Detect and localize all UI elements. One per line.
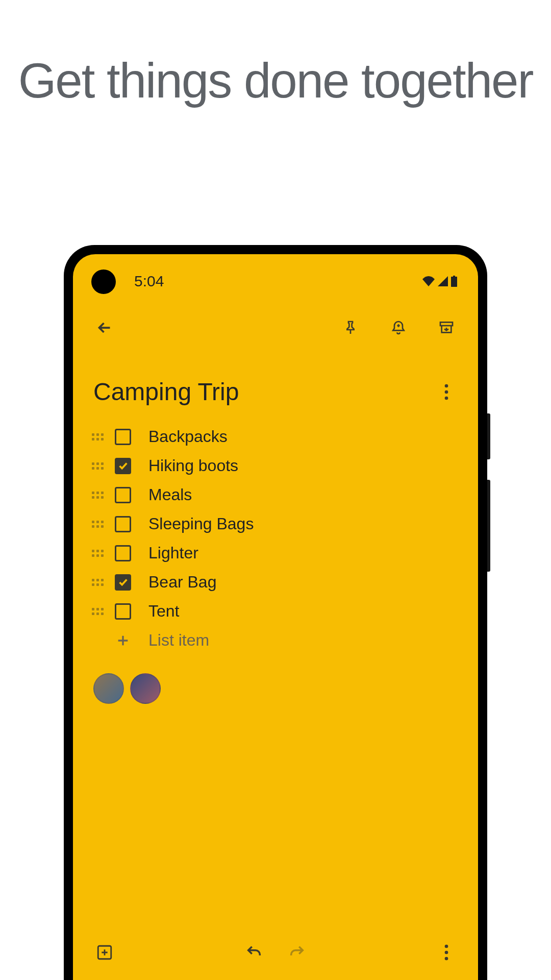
- checkbox[interactable]: [115, 516, 131, 532]
- status-icons: [422, 276, 458, 287]
- reminder-button[interactable]: [387, 316, 410, 339]
- list-item-label[interactable]: Meals: [148, 485, 458, 504]
- undo-button[interactable]: [243, 941, 265, 964]
- more-vert-icon: [444, 384, 448, 400]
- list-item: Backpacks: [91, 422, 458, 451]
- archive-button[interactable]: [435, 316, 458, 339]
- bottom-toolbar: [73, 931, 478, 980]
- drag-handle-icon[interactable]: [91, 547, 104, 559]
- marketing-headline: Get things done together: [0, 0, 551, 110]
- plus-icon: [115, 632, 131, 649]
- svg-point-3: [445, 396, 448, 400]
- arrow-left-icon: [95, 318, 114, 337]
- list-item: Meals: [91, 480, 458, 509]
- status-time: 5:04: [134, 273, 164, 290]
- note-overflow-button[interactable]: [435, 381, 458, 403]
- note-title-input[interactable]: [93, 378, 435, 406]
- phone-screen: 5:04: [73, 254, 478, 980]
- back-button[interactable]: [93, 316, 116, 339]
- list-item: Sleeping Bags: [91, 509, 458, 538]
- redo-icon: [288, 944, 306, 961]
- undo-icon: [245, 944, 263, 961]
- collaborator-avatar[interactable]: [130, 673, 161, 704]
- checkbox[interactable]: [115, 458, 131, 474]
- collaborator-avatar[interactable]: [93, 673, 124, 704]
- svg-rect-0: [440, 322, 453, 326]
- checkbox[interactable]: [115, 487, 131, 503]
- checkbox[interactable]: [115, 429, 131, 445]
- drag-handle-icon[interactable]: [91, 460, 104, 472]
- svg-point-6: [445, 951, 448, 954]
- phone-mockup: 5:04: [64, 245, 487, 980]
- list-item: Tent: [91, 597, 458, 626]
- battery-icon: [450, 276, 458, 287]
- plus-box-icon: [96, 944, 113, 961]
- add-list-item[interactable]: List item: [91, 626, 458, 655]
- list-item: Lighter: [91, 538, 458, 568]
- drag-handle-icon[interactable]: [91, 576, 104, 589]
- pin-button[interactable]: [339, 316, 362, 339]
- note-app-bar: [73, 294, 478, 354]
- phone-side-button: [487, 413, 490, 459]
- checkbox[interactable]: [115, 574, 131, 591]
- svg-point-2: [445, 390, 448, 394]
- drag-handle-icon[interactable]: [91, 518, 104, 530]
- archive-icon: [438, 320, 455, 336]
- redo-button[interactable]: [286, 941, 308, 964]
- svg-point-7: [445, 957, 448, 961]
- list-item-label[interactable]: Backpacks: [148, 427, 458, 446]
- bottom-overflow-button[interactable]: [435, 941, 458, 964]
- list-item: Hiking boots: [91, 451, 458, 480]
- phone-side-button: [487, 480, 490, 572]
- checklist: BackpacksHiking bootsMealsSleeping BagsL…: [73, 416, 478, 655]
- list-item-label[interactable]: Sleeping Bags: [148, 514, 458, 533]
- wifi-icon: [422, 276, 435, 286]
- collaborators: [73, 655, 478, 722]
- more-vert-icon: [444, 944, 448, 961]
- svg-point-1: [445, 384, 448, 387]
- list-item: Bear Bag: [91, 568, 458, 597]
- cellular-icon: [437, 276, 448, 286]
- svg-point-5: [445, 945, 448, 948]
- checkbox[interactable]: [115, 603, 131, 620]
- pin-icon: [342, 320, 359, 336]
- note-title-row: [73, 354, 478, 416]
- drag-handle-icon[interactable]: [91, 605, 104, 618]
- list-item-label[interactable]: Bear Bag: [148, 573, 458, 592]
- add-content-button[interactable]: [93, 941, 116, 964]
- checkbox[interactable]: [115, 545, 131, 561]
- add-item-placeholder: List item: [148, 631, 209, 650]
- phone-frame: 5:04: [64, 245, 487, 980]
- drag-handle-icon[interactable]: [91, 431, 104, 443]
- drag-handle-icon[interactable]: [91, 489, 104, 501]
- status-bar: 5:04: [73, 254, 478, 294]
- camera-hole: [91, 270, 116, 294]
- bell-plus-icon: [390, 320, 407, 336]
- list-item-label[interactable]: Hiking boots: [148, 456, 458, 475]
- list-item-label[interactable]: Tent: [148, 602, 458, 621]
- list-item-label[interactable]: Lighter: [148, 544, 458, 562]
